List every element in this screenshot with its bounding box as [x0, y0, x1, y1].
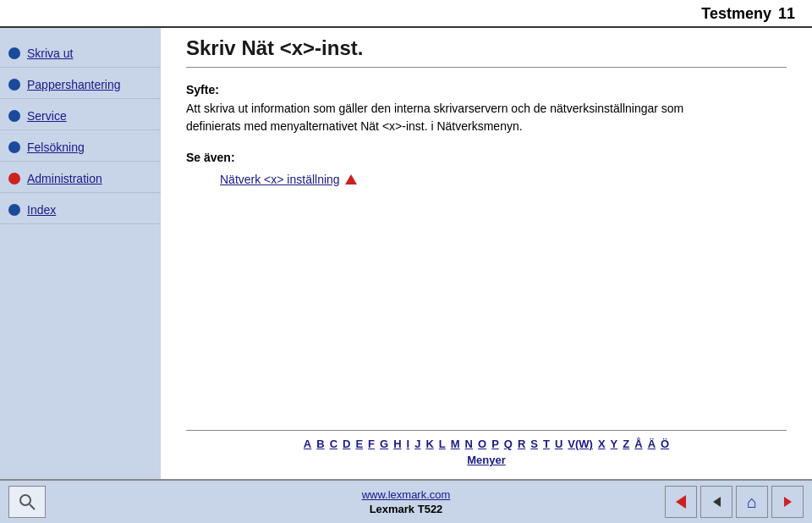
dot-icon	[8, 47, 20, 59]
alpha-VW[interactable]: V(W)	[568, 438, 593, 450]
nav-back-button[interactable]	[665, 486, 697, 518]
alpha-O[interactable]: O	[478, 438, 486, 450]
footer-url-link[interactable]: www.lexmark.com	[362, 488, 451, 501]
alpha-Y[interactable]: Y	[611, 438, 618, 450]
alpha-L[interactable]: L	[439, 438, 446, 450]
se-aven-label: Se även:	[186, 151, 787, 164]
alpha-G[interactable]: G	[380, 438, 388, 450]
search-icon	[17, 492, 37, 512]
natverk-link-text: Nätverk <x> inställning	[220, 173, 340, 186]
alpha-B[interactable]: B	[316, 438, 324, 450]
footer-nav-icons: ⌂	[665, 486, 804, 518]
alpha-Z[interactable]: Z	[623, 438, 629, 450]
syfte-label: Syfte:	[186, 83, 787, 96]
alpha-J[interactable]: J	[414, 438, 420, 450]
sidebar-item-administration[interactable]: Administration	[0, 162, 161, 193]
alpha-T[interactable]: T	[543, 438, 550, 450]
alpha-R[interactable]: R	[518, 438, 525, 450]
alphabet-nav: A B C D E F G H I J K L M N O P Q R S T	[186, 430, 787, 471]
sidebar: Skriva ut Pappershantering Service Felsö…	[0, 28, 161, 479]
content-area: Skriv Nät <x>-inst. Syfte: Att skriva ut…	[161, 28, 812, 479]
arrow-right-small-icon	[784, 497, 792, 507]
alpha-OE[interactable]: Ö	[661, 438, 669, 450]
dot-icon	[8, 79, 20, 91]
alpha-I[interactable]: I	[407, 438, 410, 450]
alpha-A[interactable]: A	[304, 438, 311, 450]
nav-prev-button[interactable]	[700, 486, 732, 518]
page-title: Skriv Nät <x>-inst.	[186, 36, 787, 68]
arrow-left-icon	[676, 495, 686, 509]
arrow-left-small-icon	[713, 497, 721, 507]
menyer-link[interactable]: Menyer	[467, 454, 506, 466]
top-header: Testmeny 11	[0, 0, 812, 28]
alpha-H[interactable]: H	[393, 438, 401, 450]
alpha-D[interactable]: D	[343, 438, 350, 450]
sidebar-label: Administration	[27, 172, 102, 185]
sidebar-label: Felsökning	[27, 140, 85, 154]
sidebar-label: Index	[27, 203, 56, 217]
svg-point-0	[20, 495, 30, 505]
sidebar-item-skriva-ut[interactable]: Skriva ut	[0, 36, 161, 68]
main-area: Skriva ut Pappershantering Service Felsö…	[0, 28, 812, 479]
footer: www.lexmark.com Lexmark T522 ⌂	[0, 479, 812, 523]
sidebar-label: Pappershantering	[27, 78, 121, 91]
alpha-S[interactable]: S	[530, 438, 538, 450]
svg-line-1	[30, 504, 35, 509]
alpha-M[interactable]: M	[451, 438, 460, 450]
alpha-U[interactable]: U	[555, 438, 562, 450]
natverk-link-item[interactable]: Nätverk <x> inställning	[220, 173, 787, 186]
sidebar-item-index[interactable]: Index	[0, 193, 161, 224]
sidebar-item-pappershantering[interactable]: Pappershantering	[0, 68, 161, 99]
home-icon: ⌂	[747, 493, 757, 512]
alpha-K[interactable]: K	[425, 438, 433, 450]
dot-icon	[8, 141, 20, 153]
triangle-icon	[345, 174, 357, 184]
dot-icon	[8, 110, 20, 122]
alpha-Q[interactable]: Q	[504, 438, 513, 450]
sidebar-label: Service	[27, 109, 67, 123]
nav-next-button[interactable]	[771, 486, 804, 518]
sidebar-label: Skriva ut	[27, 47, 73, 60]
dot-red-icon	[8, 173, 20, 184]
footer-search-area	[8, 486, 46, 518]
alpha-C[interactable]: C	[330, 438, 337, 450]
footer-model: Lexmark T522	[370, 503, 443, 515]
sidebar-item-service[interactable]: Service	[0, 99, 161, 130]
alpha-P[interactable]: P	[491, 438, 499, 450]
alpha-N[interactable]: N	[465, 438, 473, 450]
footer-center: www.lexmark.com Lexmark T522	[362, 488, 451, 516]
nav-home-button[interactable]: ⌂	[736, 486, 768, 518]
dot-icon	[8, 204, 20, 216]
alpha-AA[interactable]: Å	[634, 438, 642, 450]
alpha-X[interactable]: X	[598, 438, 606, 450]
alpha-E[interactable]: E	[355, 438, 363, 450]
search-button[interactable]	[8, 486, 46, 518]
sidebar-item-felsoekning[interactable]: Felsökning	[0, 130, 161, 162]
description-text: Att skriva ut information som gäller den…	[186, 100, 727, 135]
alphabet-row: A B C D E F G H I J K L M N O P Q R S T	[186, 438, 787, 450]
alpha-AE[interactable]: Ä	[648, 438, 656, 450]
alpha-F[interactable]: F	[368, 438, 375, 450]
header-number: 11	[778, 5, 795, 23]
header-title: Testmeny	[701, 5, 771, 23]
